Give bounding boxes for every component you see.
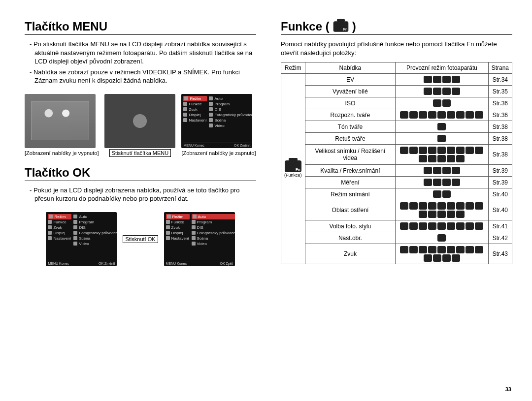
th-oper: Provozní režim fotoaparátu xyxy=(396,62,488,74)
table-cell-page: Str.43 xyxy=(488,244,512,264)
mode-icon xyxy=(409,222,418,230)
mode-icon xyxy=(433,76,441,83)
table-cell-modes xyxy=(396,145,488,165)
mode-icon xyxy=(447,155,455,162)
funkce-intro: Pomocí nabídky povolující příslušné funk… xyxy=(281,40,512,57)
caption-menu-on: Zobrazení nabídky je zapnuto xyxy=(181,150,256,156)
mode-icon xyxy=(437,234,446,242)
mode-icon xyxy=(456,111,465,119)
mode-icon xyxy=(447,211,455,218)
mode-icon xyxy=(466,202,474,210)
mode-icon xyxy=(424,179,432,186)
table-cell-page: Str.36 xyxy=(488,109,512,121)
mode-icon xyxy=(409,202,418,210)
mode-icon xyxy=(447,202,455,210)
mode-icon xyxy=(442,190,451,198)
table-cell-page: Str.35 xyxy=(488,86,512,97)
mode-icon xyxy=(447,147,455,154)
mode-icon xyxy=(419,222,427,230)
mode-icon xyxy=(400,111,408,119)
mode-icon xyxy=(442,254,451,262)
th-menu: Nabídka xyxy=(305,62,396,74)
heading-menu-button: Tlačítko MENU xyxy=(25,20,256,35)
mode-icon xyxy=(456,202,465,210)
mode-icon xyxy=(452,254,460,262)
ok-desc: Pokud je na LCD displeji zobrazena nabíd… xyxy=(34,186,256,203)
table-cell-menu: Vyvážení bílé xyxy=(305,86,396,97)
table-cell-menu: Retuš tváře xyxy=(305,133,396,145)
mode-icon xyxy=(475,147,483,154)
mode-icon xyxy=(456,155,465,162)
mode-icon xyxy=(437,202,446,210)
mode-icon xyxy=(419,202,427,210)
mode-icon xyxy=(466,246,474,253)
table-cell-page: Str.42 xyxy=(488,232,512,244)
table-cell-menu: Volba foto. stylu xyxy=(305,220,396,232)
mode-icon xyxy=(456,211,465,218)
mode-icon xyxy=(433,254,441,262)
th-mode: Režim xyxy=(281,62,305,74)
mode-icon xyxy=(428,111,436,119)
table-cell-modes xyxy=(396,188,488,200)
mode-icon xyxy=(447,111,455,119)
mode-icon xyxy=(437,135,446,142)
mode-icon xyxy=(447,246,455,253)
lcd-menu-screen-3: RežimFunkceZvukDisplejNastaveníAutoProgr… xyxy=(164,212,235,266)
mode-icon xyxy=(437,155,446,162)
mode-icon xyxy=(442,99,451,107)
table-cell-modes xyxy=(396,200,488,220)
table-cell-modes xyxy=(396,220,488,232)
table-cell-modes xyxy=(396,86,488,97)
table-cell-modes xyxy=(396,109,488,121)
mode-icon xyxy=(428,222,436,230)
mode-icon xyxy=(466,111,474,119)
mode-icon xyxy=(437,222,446,230)
menu-screenshots: Zobrazení nabídky je vypnuto Stisknutí t… xyxy=(25,94,256,156)
page-number: 33 xyxy=(505,386,511,392)
mode-icon xyxy=(400,147,408,154)
mode-icon xyxy=(409,111,418,119)
table-cell-modes xyxy=(396,121,488,133)
mode-icon xyxy=(475,111,483,119)
table-cell-modes xyxy=(396,74,488,86)
mode-icon xyxy=(424,254,432,262)
table-cell-menu: Oblast ostření xyxy=(305,200,396,220)
table-cell-page: Str.40 xyxy=(488,200,512,220)
mode-icon xyxy=(428,246,436,253)
mode-icon xyxy=(424,88,432,95)
mode-icon xyxy=(437,211,446,218)
mode-icon xyxy=(475,202,483,210)
mode-icon xyxy=(466,222,474,230)
mode-icon xyxy=(437,147,446,154)
mode-icon xyxy=(409,246,418,253)
caption-menu-off: Zobrazení nabídky je vypnuto xyxy=(25,150,99,156)
table-cell-menu: EV xyxy=(305,74,396,86)
table-cell-page: Str.39 xyxy=(488,165,512,177)
table-cell-page: Str.38 xyxy=(488,145,512,165)
mode-icon xyxy=(452,179,460,186)
mode-icon xyxy=(433,167,441,174)
table-cell-page: Str.38 xyxy=(488,121,512,133)
lcd-menu-on: RežimFunkceZvukDisplejNastaveníAutoProgr… xyxy=(181,94,256,156)
mode-icon xyxy=(428,202,436,210)
mode-icon xyxy=(475,246,483,253)
table-cell-modes xyxy=(396,97,488,109)
mode-icon xyxy=(433,88,441,95)
table-cell-modes xyxy=(396,244,488,264)
mode-cell: Fn(Funkce) xyxy=(281,74,305,264)
table-cell-menu: Nast.obr. xyxy=(305,232,396,244)
mode-icon xyxy=(400,222,408,230)
table-cell-menu: ISO xyxy=(305,97,396,109)
table-cell-menu: Velikost snímku / Rozlišení videa xyxy=(305,145,396,165)
table-cell-menu: Režim snímání xyxy=(305,188,396,200)
lcd-camera-buttons xyxy=(104,94,175,148)
mode-icon xyxy=(428,211,436,218)
mode-icon xyxy=(452,76,460,83)
mode-icon xyxy=(433,190,441,198)
table-cell-modes xyxy=(396,133,488,145)
heading-funkce-suffix: ) xyxy=(352,20,356,33)
mode-icon xyxy=(442,167,451,174)
mode-icon xyxy=(433,179,441,186)
table-cell-modes xyxy=(396,165,488,177)
table-cell-menu: Měření xyxy=(305,177,396,188)
